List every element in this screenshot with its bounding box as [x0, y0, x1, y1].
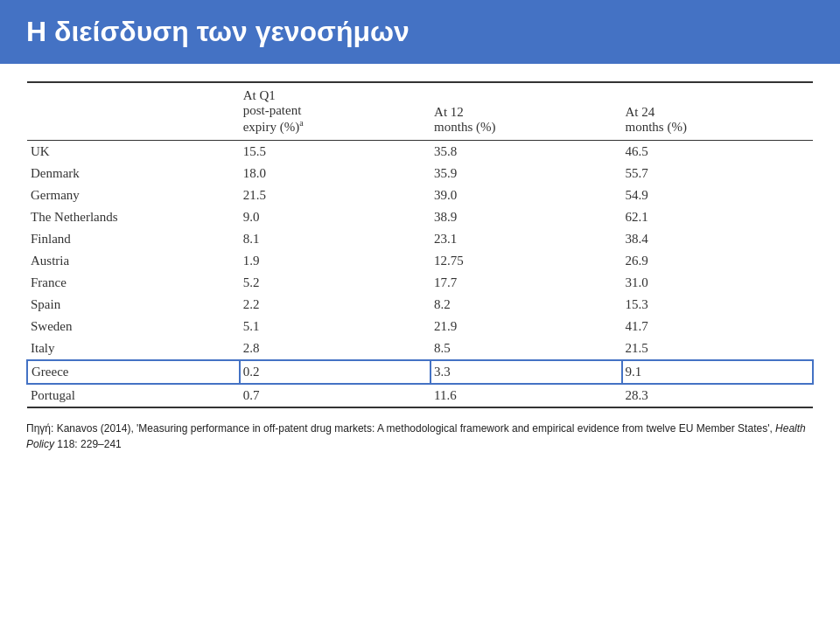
table-header-row: At Q1post-patentexpiry (%)a At 12months … — [27, 82, 813, 141]
col-header-12m: At 12months (%) — [430, 82, 621, 141]
data-table: At Q1post-patentexpiry (%)a At 12months … — [26, 81, 814, 408]
cell-q1: 2.8 — [240, 337, 430, 360]
cell-12m: 8.2 — [430, 294, 621, 316]
table-row: The Netherlands9.038.962.1 — [27, 206, 813, 228]
cell-12m: 21.9 — [430, 316, 621, 337]
cell-q1: 5.1 — [240, 316, 430, 337]
cell-q1: 2.2 — [240, 294, 430, 316]
cell-country: Finland — [27, 228, 240, 250]
cell-country: Spain — [27, 294, 240, 316]
cell-24m: 55.7 — [622, 163, 813, 184]
col-header-country — [27, 82, 240, 141]
table-row: Italy2.88.521.5 — [27, 337, 813, 360]
cell-country: Denmark — [27, 163, 240, 184]
header: Η διείσδυση των γενοσήμων — [0, 0, 840, 64]
cell-country: France — [27, 272, 240, 294]
footnote: Πηγή: Kanavos (2014), 'Measuring perform… — [26, 421, 814, 452]
table-row: Finland8.123.138.4 — [27, 228, 813, 250]
cell-12m: 23.1 — [430, 228, 621, 250]
cell-12m: 38.9 — [430, 206, 621, 228]
table-row: UK15.535.846.5 — [27, 141, 813, 163]
cell-12m: 35.8 — [430, 141, 621, 163]
cell-country: Greece — [27, 360, 240, 384]
col-header-q1: At Q1post-patentexpiry (%)a — [240, 82, 430, 141]
footnote-text: Πηγή: Kanavos (2014), 'Measuring perform… — [26, 422, 806, 450]
cell-q1: 15.5 — [240, 141, 430, 163]
table-row: Germany21.539.054.9 — [27, 184, 813, 206]
cell-country: Sweden — [27, 316, 240, 337]
cell-q1: 1.9 — [240, 250, 430, 272]
cell-24m: 28.3 — [622, 384, 813, 407]
cell-12m: 17.7 — [430, 272, 621, 294]
table-row: Sweden5.121.941.7 — [27, 316, 813, 337]
cell-24m: 26.9 — [622, 250, 813, 272]
cell-24m: 54.9 — [622, 184, 813, 206]
cell-12m: 3.3 — [430, 360, 621, 384]
table-row: Portugal0.711.628.3 — [27, 384, 813, 407]
table-row: Denmark18.035.955.7 — [27, 163, 813, 184]
cell-q1: 0.2 — [240, 360, 430, 384]
cell-q1: 21.5 — [240, 184, 430, 206]
cell-24m: 9.1 — [622, 360, 813, 384]
cell-12m: 12.75 — [430, 250, 621, 272]
cell-q1: 18.0 — [240, 163, 430, 184]
cell-12m: 35.9 — [430, 163, 621, 184]
table-row: Greece0.23.39.1 — [27, 360, 813, 384]
page-title: Η διείσδυση των γενοσήμων — [26, 16, 410, 47]
cell-q1: 5.2 — [240, 272, 430, 294]
cell-12m: 11.6 — [430, 384, 621, 407]
cell-24m: 41.7 — [622, 316, 813, 337]
cell-24m: 21.5 — [622, 337, 813, 360]
cell-q1: 9.0 — [240, 206, 430, 228]
cell-q1: 8.1 — [240, 228, 430, 250]
cell-12m: 39.0 — [430, 184, 621, 206]
table-row: Spain2.28.215.3 — [27, 294, 813, 316]
cell-12m: 8.5 — [430, 337, 621, 360]
col-header-24m: At 24months (%) — [622, 82, 813, 141]
cell-q1: 0.7 — [240, 384, 430, 407]
cell-24m: 31.0 — [622, 272, 813, 294]
cell-country: UK — [27, 141, 240, 163]
cell-24m: 38.4 — [622, 228, 813, 250]
cell-country: Italy — [27, 337, 240, 360]
cell-country: The Netherlands — [27, 206, 240, 228]
cell-country: Portugal — [27, 384, 240, 407]
cell-24m: 62.1 — [622, 206, 813, 228]
cell-24m: 15.3 — [622, 294, 813, 316]
content-area: At Q1post-patentexpiry (%)a At 12months … — [0, 64, 840, 461]
cell-24m: 46.5 — [622, 141, 813, 163]
table-row: Austria1.912.7526.9 — [27, 250, 813, 272]
table-row: France5.217.731.0 — [27, 272, 813, 294]
cell-country: Germany — [27, 184, 240, 206]
cell-country: Austria — [27, 250, 240, 272]
